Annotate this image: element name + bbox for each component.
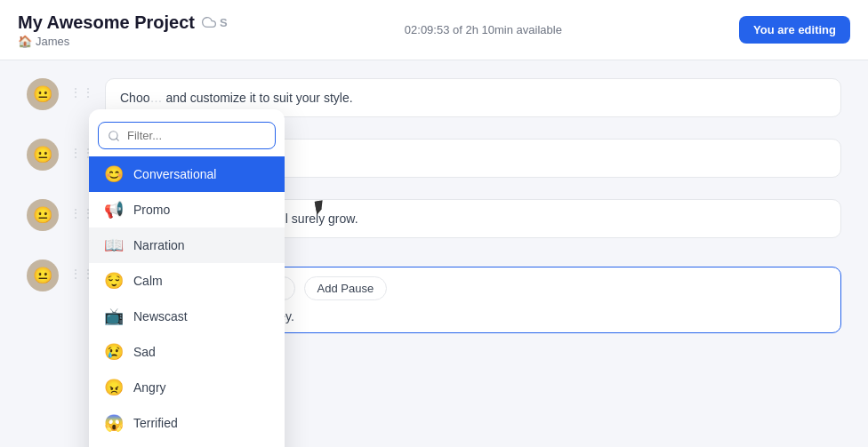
- drag-handle-1[interactable]: ⋮⋮: [69, 85, 94, 100]
- filter-input[interactable]: [98, 122, 276, 149]
- username: James: [36, 35, 69, 48]
- newscast-emoji: 📺: [103, 307, 125, 326]
- narration-label: Narration: [133, 238, 185, 252]
- conversational-label: Conversational: [133, 167, 216, 181]
- dropdown-item-narration[interactable]: 📖Narration: [89, 227, 285, 263]
- dropdown-items-list: 😊Conversational📢Promo📖Narration😌Calm📺New…: [89, 156, 285, 447]
- terrified-label: Terrified: [133, 416, 178, 430]
- dropdown-item-promo[interactable]: 📢Promo: [89, 192, 285, 227]
- promo-emoji: 📢: [103, 200, 125, 220]
- avatar-3: 😐: [27, 199, 59, 231]
- header-subtitle: 🏠 James: [18, 35, 228, 48]
- header-left: My Awesome Project S 🏠 James: [18, 12, 228, 48]
- editing-badge: You are editing: [739, 16, 850, 44]
- narration-emoji: 📖: [103, 235, 125, 255]
- style-dropdown: 😊Conversational📢Promo📖Narration😌Calm📺New…: [89, 109, 285, 447]
- project-title: My Awesome Project: [18, 12, 195, 33]
- dropdown-item-sad[interactable]: 😢Sad: [89, 334, 285, 370]
- script-text-1-suffix: and customize it to suit your style.: [165, 91, 352, 105]
- script-text-1-prefix: Choo: [120, 91, 149, 105]
- avatar-2: 😐: [27, 139, 59, 171]
- dropdown-item-conversational[interactable]: 😊Conversational: [89, 156, 285, 192]
- promo-label: Promo: [133, 203, 170, 217]
- cloud-label: S: [220, 16, 228, 29]
- calm-emoji: 😌: [103, 271, 125, 291]
- dropdown-item-newscast[interactable]: 📺Newscast: [89, 299, 285, 334]
- header-title: My Awesome Project S: [18, 12, 228, 33]
- dropdown-item-calm[interactable]: 😌Calm: [89, 263, 285, 299]
- sad-label: Sad: [133, 345, 156, 359]
- newscast-label: Newscast: [133, 309, 188, 323]
- avatar-1: 😐: [27, 78, 59, 110]
- add-pause-button[interactable]: Add Pause: [304, 276, 388, 300]
- home-icon: 🏠: [18, 35, 32, 48]
- calm-label: Calm: [133, 274, 163, 288]
- angry-emoji: 😠: [103, 378, 125, 397]
- header-right: You are editing: [739, 16, 850, 44]
- cloud-icon-wrap: S: [202, 15, 228, 29]
- main-content: 😐 ⋮⋮ Choo … and customize it to suit you…: [0, 60, 868, 351]
- cloud-icon: [202, 15, 216, 29]
- header-center: 02:09:53 of 2h 10min available: [228, 23, 739, 36]
- dropdown-item-angry[interactable]: 😠Angry: [89, 370, 285, 405]
- terrified-emoji: 😱: [103, 413, 125, 433]
- dropdown-item-terrified[interactable]: 😱Terrified: [89, 405, 285, 441]
- dropdown-item-inspirational[interactable]: 💪Inspirational: [89, 441, 285, 447]
- header: My Awesome Project S 🏠 James 02:09:53 of…: [0, 0, 868, 60]
- conversational-emoji: 😊: [103, 164, 125, 184]
- time-info: 02:09:53 of 2h 10min available: [405, 23, 562, 36]
- avatar-bottom: 😐: [27, 259, 59, 291]
- sad-emoji: 😢: [103, 342, 125, 362]
- dropdown-search-wrap: [89, 115, 285, 156]
- angry-label: Angry: [133, 380, 166, 395]
